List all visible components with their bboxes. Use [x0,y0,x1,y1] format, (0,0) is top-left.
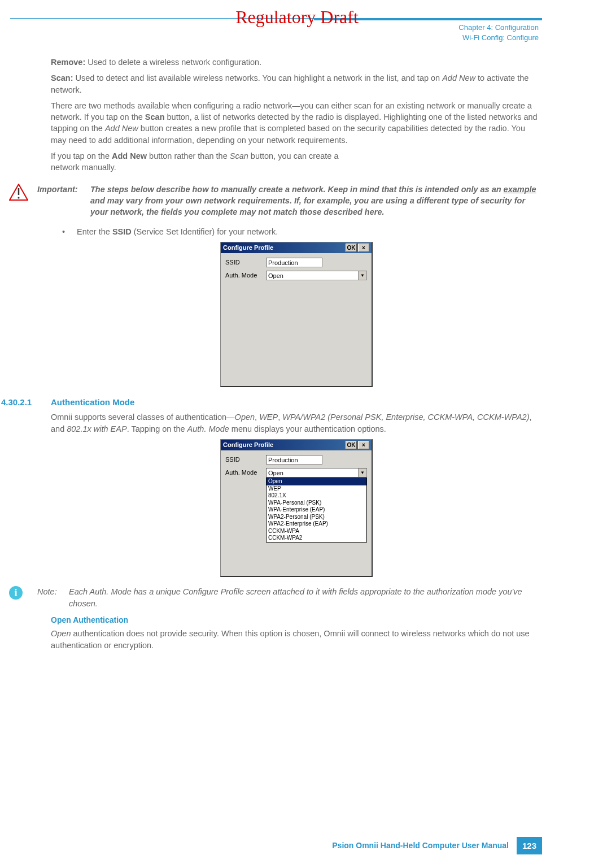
titlebar-text-1: Configure Profile [223,244,344,252]
open-auth-title: Open Authentication [51,615,542,626]
auth-i3: WPA/WPA2 (Personal PSK, Enterprise, CCKM… [282,413,529,422]
bullet-marker: • [62,226,77,237]
open-auth-italic: Open [51,629,71,638]
auth-select-value-2: Open [267,468,358,477]
dropdown-option[interactable]: WPA2-Personal (PSK) [267,514,366,521]
note-label: Note: [37,586,69,609]
manual-text-1: If you tap on the [51,151,112,160]
auth-select-1[interactable]: Open ▼ [266,271,367,280]
auth-text-5: . Tapping on the [127,424,187,433]
auth-i4: 802.1x with EAP [67,424,126,433]
auth-text-2: , [255,413,259,422]
manual-scan-italic: Scan [230,151,248,160]
bullet-text-1: Enter the [77,227,112,236]
footer-manual-title: Psion Omnii Hand-Held Computer User Manu… [332,840,509,852]
manual-text-4: network manually. [51,163,116,172]
dropdown-option[interactable]: WPA-Personal (PSK) [267,500,366,507]
auth-label-2: Auth. Mode [225,468,266,477]
note-body: Each Auth. Mode has a unique Configure P… [69,586,542,609]
scan-addnew-italic: Add New [442,73,475,83]
screenshot-1: Configure Profile OK × SSID Production A… [51,242,542,387]
important-body-2: and may vary from your own network requi… [90,196,525,216]
bullet-ssid-bold: SSID [112,227,132,236]
open-auth-text: authentication does not provide security… [51,629,530,649]
titlebar-text-2: Configure Profile [223,441,344,449]
auth-select-value-1: Open [267,271,358,280]
dropdown-option[interactable]: WEP [267,485,366,493]
remove-label: Remove: [51,58,85,67]
section-4-30-2-1: 4.30.2.1 Authentication Mode [51,396,542,408]
auth-label-1: Auth. Mode [225,271,266,280]
titlebar-2: Configure Profile OK × [221,440,372,450]
info-icon: i [9,586,33,609]
configure-profile-window-1: Configure Profile OK × SSID Production A… [220,242,373,387]
methods-addnew-italic: Add New [105,124,138,133]
footer: Psion Omnii Hand-Held Computer User Manu… [332,837,542,854]
auth-i5: Auth. Mode [187,424,229,433]
ok-button-1[interactable]: OK [346,244,357,252]
scan-paragraph: Scan: Used to detect and list available … [51,72,542,96]
auth-text-6: menu displays your authentication option… [229,424,386,433]
header-section-line: Wi-Fi Config: Configure [458,33,539,43]
bullet-text-2: (Service Set Identifier) for your networ… [132,227,278,236]
svg-point-2 [18,197,19,198]
screenshot-2: Configure Profile OK × SSID Production A… [51,439,542,577]
note-callout: i Note: Each Auth. Mode has a unique Con… [9,586,542,609]
dropdown-arrow-icon[interactable]: ▼ [358,271,366,280]
methods-scan-bold: Scan [145,112,165,121]
remove-text: Used to delete a wireless network config… [85,58,261,67]
important-callout: Important: The steps below describe how … [9,184,542,218]
footer-page-number: 123 [517,837,542,854]
ok-button-2[interactable]: OK [346,441,357,449]
dropdown-option[interactable]: CCKM-WPA2 [267,535,366,542]
open-auth-paragraph: Open authentication does not provide sec… [51,628,542,651]
ssid-label-2: SSID [225,455,266,464]
ssid-label-1: SSID [225,258,266,267]
bullet-ssid: • Enter the SSID (Service Set Identifier… [62,226,542,237]
dropdown-option[interactable]: CCKM-WPA [267,528,366,535]
scan-text-1: Used to detect and list available wirele… [73,73,443,83]
dropdown-arrow-icon-2[interactable]: ▼ [358,468,366,477]
manual-text-2: button rather than the [147,151,230,160]
auth-i2: WEP [259,413,278,422]
manual-text-3: button, you can create a [248,151,339,160]
methods-paragraph: There are two methods available when con… [51,100,542,146]
auth-text-1: Omnii supports several classes of authen… [51,413,235,422]
important-body-1: The steps below describe how to manually… [90,185,504,194]
dropdown-option[interactable]: WPA-Enterprise (EAP) [267,506,366,514]
dropdown-option[interactable]: Open [267,478,366,485]
manual-addnew-bold: Add New [112,151,147,160]
remove-paragraph: Remove: Used to delete a wireless networ… [51,57,542,68]
ssid-input-2[interactable]: Production [266,455,322,465]
warning-icon [9,184,33,218]
auth-select-2[interactable]: Open ▼ Open WEP 802.1X WPA-Personal (PSK… [266,468,367,478]
scan-label: Scan: [51,73,73,83]
ssid-input-1[interactable]: Production [266,258,322,267]
close-button-1[interactable]: × [358,244,369,252]
bullet-text: Enter the SSID (Service Set Identifier) … [77,226,542,237]
dropdown-option[interactable]: 802.1X [267,492,366,500]
auth-mode-paragraph: Omnii supports several classes of authen… [51,411,542,435]
auth-dropdown-list[interactable]: Open WEP 802.1X WPA-Personal (PSK) WPA-E… [266,478,367,542]
configure-profile-window-2: Configure Profile OK × SSID Production A… [220,439,373,577]
manual-paragraph: If you tap on the Add New button rather … [51,150,542,173]
important-underline: example [504,185,536,194]
watermark-text: Regulatory Draft [0,5,594,30]
titlebar-1: Configure Profile OK × [221,242,372,253]
important-body: The steps below describe how to manually… [90,184,542,218]
section-number: 4.30.2.1 [1,396,32,408]
auth-i1: Open [235,413,255,422]
important-label: Important: [37,184,90,218]
section-title-text: Authentication Mode [51,397,134,407]
close-button-2[interactable]: × [358,441,369,449]
dropdown-option[interactable]: WPA2-Enterprise (EAP) [267,520,366,528]
